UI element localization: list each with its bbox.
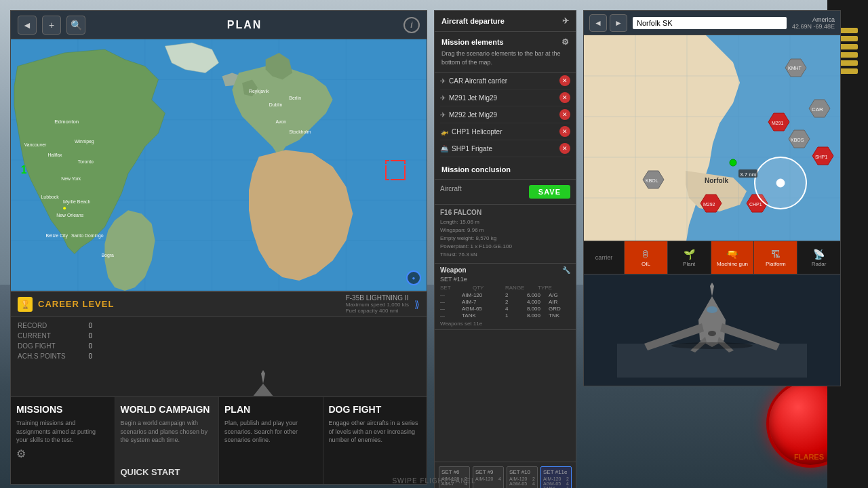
mission-item-m291: ✈ M291 Jet Mig29 ✕ [440,89,570,106]
compass[interactable]: ● [406,270,421,285]
plan-back-button[interactable]: ◄ [18,16,37,35]
svg-text:KBOL: KBOL [646,178,658,183]
remove-m291-button[interactable]: ✕ [559,92,570,103]
right-map-header: ◄ ► America 42.69N -69.48E [584,11,840,35]
radar-icon: 📡 [813,249,825,260]
svg-text:New Orleans: New Orleans [56,213,83,218]
rmap-forward-button[interactable]: ► [610,14,627,32]
weapon-row-agm65: — AGM-65 4 8.000 GRD [440,306,570,312]
gun-strip-item[interactable]: 🔫 Machine gun [711,241,755,274]
aircraft-name: F16 FALCON [440,209,570,216]
remove-shp1-button[interactable]: ✕ [559,143,570,154]
wset-11e-active[interactable]: SET #11e AIM-120 2 AGM-65 4 TANK 1 [540,466,572,488]
m291-icon: ✈ [440,94,446,102]
svg-text:Dublin: Dublin [269,102,283,107]
mission-panel: Aircraft departure ✈ Mission elements ⚙ … [434,10,576,488]
world-map-svg: Edmonton Winnipeg Toronto Halifax New Yo… [11,39,427,291]
save-button[interactable]: SAVE [529,185,570,199]
icon-strip: carrier 🛢 OIL 🌱 Plant 🔫 Machine gun 🏗 Pl… [583,241,841,274]
f16-silhouette-large [617,283,807,378]
rmap-back-button[interactable]: ◄ [589,14,607,32]
mission-conclusion-section: Mission conclusion [435,160,576,180]
career-panel: 🏆 CAREER LEVEL F-35B LIGHTNING II Maximu… [10,291,427,485]
weapon-table-header: SET QTY RANGE TYPE [440,285,570,291]
svg-text:SHP1: SHP1 [815,155,827,159]
career-title: CAREER LEVEL [38,299,114,309]
flares-counter: FLARES [794,453,824,461]
career-icon: 🏆 [18,297,33,312]
svg-point-62 [707,306,717,313]
nav-world-campaign[interactable]: WORLD CAMPAIGN Begin a world campaign wi… [115,397,220,484]
mission-items-list: ✈ CAR Aircraft carrier ✕ ✈ M291 Jet Mig2… [435,73,576,157]
mission-item-carrier: ✈ CAR Aircraft carrier ✕ [440,73,570,89]
svg-text:Reykjavik: Reykjavik [249,89,269,94]
mission-item-chp1: 🚁 CHP1 Helicopter ✕ [440,123,570,140]
svg-text:Toronto: Toronto [78,159,94,164]
svg-text:Halifax: Halifax [47,152,62,157]
nav-missions[interactable]: MISSIONS Training missions and assignmen… [11,397,115,484]
remove-chp1-button[interactable]: ✕ [559,126,570,137]
nav-dogfight[interactable]: DOG FIGHT Engage other aircrafts in a se… [323,397,427,484]
plan-header: ◄ + 🔍 PLAN i [11,11,427,39]
plan-info-button[interactable]: i [403,17,420,33]
target-reticle [385,160,406,180]
svg-text:Avon: Avon [276,119,287,124]
weapon-row-tank: — TANK 1 8.000 TNK [440,312,570,319]
nav-plan[interactable]: PLAN Plan, publish and play your scenari… [219,397,323,484]
right-map-nav: ◄ ► [589,14,627,32]
svg-text:Edmonton: Edmonton [54,119,79,125]
plant-strip-item[interactable]: 🌱 Plant [668,241,711,274]
platform-strip-item[interactable]: 🏗 Platform [754,241,797,274]
svg-text:Berlin: Berlin [289,96,301,100]
right-map-body[interactable]: Norfolk KMHT CAR M291 KBOS SHP1 KBOL M29… [584,35,840,247]
right-map-panel: ◄ ► America 42.69N -69.48E [583,10,841,247]
remove-carrier-button[interactable]: ✕ [559,75,570,86]
svg-text:M292: M292 [703,202,715,207]
weapon-row-aim120: — AIM-120 2 6.000 A/G [440,292,570,298]
career-header: 🏆 CAREER LEVEL F-35B LIGHTNING II Maximu… [11,292,427,317]
weapon-sets-note: Weapons set 11e [440,321,570,327]
plan-add-button[interactable]: + [42,16,61,35]
career-expand-button[interactable]: ⟫ [414,299,420,310]
wset-10[interactable]: SET #10 AIM-120 2 AGM-65 4 [507,466,538,488]
shp1-icon: 🚢 [440,145,448,152]
svg-text:KMHT: KMHT [788,66,802,70]
svg-text:Winnipeg: Winnipeg [75,139,94,144]
current-stat: CURRENT 0 [18,332,92,340]
svg-text:1: 1 [21,164,27,176]
svg-text:M291: M291 [772,121,784,125]
platform-icon: 🏗 [771,249,781,260]
svg-point-58 [730,159,736,166]
weapon-row-aim7: — AIM-7 2 4.000 AIR [440,299,570,305]
departure-icon: ✈ [562,16,569,26]
swipe-text: SWIPE FLIGHT PANEL [392,477,475,485]
svg-point-29 [63,207,66,209]
plan-map[interactable]: Edmonton Winnipeg Toronto Halifax New Yo… [11,39,427,291]
remove-m292-button[interactable]: ✕ [559,109,570,120]
svg-text:New York: New York [61,176,81,181]
weapon-title: Weapon 🔧 [440,266,570,274]
plan-nav-buttons: ◄ + 🔍 [18,16,85,35]
rmap-info: America 42.69N -69.48E [792,16,835,30]
mission-item-shp1: 🚢 SHP1 Frigate ✕ [440,140,570,157]
wset-9[interactable]: SET #9 AIM-120 4 [473,466,504,488]
svg-point-57 [776,179,785,187]
rmap-location-input [633,16,787,29]
location-search-input[interactable] [633,17,787,29]
aircraft-departure-title: Aircraft departure ✈ [441,16,569,26]
elements-icon: ⚙ [561,37,569,47]
svg-text:Santo Domingo: Santo Domingo [71,233,104,239]
svg-text:Norfolk: Norfolk [705,177,728,184]
aircraft-detail-body [584,274,840,386]
plan-panel: ◄ + 🔍 PLAN i [10,10,427,291]
bottom-navigation: MISSIONS Training missions and assignmen… [11,396,427,484]
aircraft-specs: Length: 15.06 m Wingspan: 9.96 m Empty w… [440,218,570,259]
record-stat: RECORD 0 [18,322,92,329]
radar-strip-item[interactable]: 📡 Radar [797,241,840,274]
plan-search-button[interactable]: 🔍 [66,16,85,35]
svg-point-63 [708,331,716,336]
carrier-strip-item[interactable]: carrier [584,241,625,274]
settings-gear-icon[interactable]: ⚙ [16,447,109,460]
svg-text:KBOS: KBOS [791,138,804,142]
oil-strip-item[interactable]: 🛢 OIL [625,241,668,274]
